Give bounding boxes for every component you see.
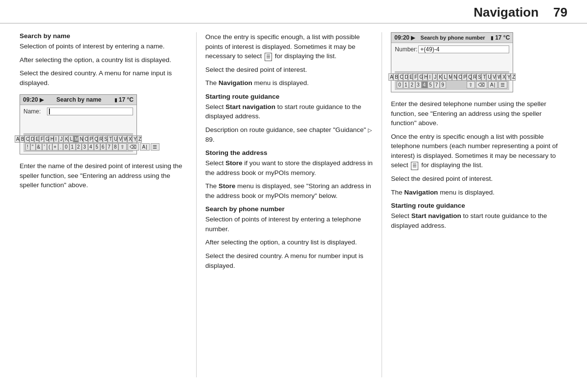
- phone-key-menu[interactable]: ☰: [498, 81, 507, 88]
- key-U[interactable]: U: [113, 135, 117, 143]
- phone-key-1[interactable]: 1: [403, 81, 409, 88]
- phone-key-9[interactable]: 9: [440, 81, 446, 88]
- key-amp[interactable]: &: [36, 143, 43, 151]
- key-O[interactable]: O: [83, 135, 88, 143]
- key-backspace[interactable]: ⌫: [128, 143, 139, 151]
- key-K[interactable]: K: [64, 135, 68, 143]
- key-B[interactable]: B: [20, 135, 24, 143]
- phone-key-7[interactable]: 7: [434, 81, 440, 88]
- phone-key-C[interactable]: C: [398, 73, 403, 81]
- key-C[interactable]: C: [24, 135, 29, 143]
- key-8[interactable]: 8: [113, 143, 119, 151]
- key-apos[interactable]: ': [42, 143, 47, 151]
- col2-phone-p2: After selecting the option, a country li…: [205, 238, 373, 247]
- phone-key-A[interactable]: A: [388, 73, 393, 81]
- phone-key-M[interactable]: M: [447, 73, 452, 81]
- phone-key-4-active[interactable]: 4: [422, 81, 428, 88]
- col2-route-p2: Description on route guidance, see chapt…: [205, 125, 373, 144]
- phone-key-S[interactable]: S: [476, 73, 481, 81]
- phone-key-F[interactable]: F: [413, 73, 418, 81]
- phone-key-2[interactable]: 2: [409, 81, 415, 88]
- key-P[interactable]: P: [88, 135, 93, 143]
- screen-name-input[interactable]: [47, 108, 133, 115]
- key-M-active[interactable]: M: [73, 135, 78, 143]
- key-N[interactable]: N: [78, 135, 83, 143]
- key-J[interactable]: J: [59, 135, 64, 143]
- phone-key-I[interactable]: I: [428, 73, 432, 81]
- phone-key-B[interactable]: B: [393, 73, 398, 81]
- key-I[interactable]: I: [54, 135, 59, 143]
- key-G[interactable]: G: [44, 135, 49, 143]
- phone-key-V[interactable]: V: [491, 73, 496, 81]
- key-accept[interactable]: A|: [140, 143, 149, 151]
- key-2[interactable]: 2: [76, 143, 82, 151]
- phone-key-N[interactable]: N: [452, 73, 457, 81]
- column-2: Once the entry is specific enough, a lis…: [197, 32, 383, 377]
- key-4[interactable]: 4: [88, 143, 94, 151]
- phone-key-L[interactable]: L: [442, 73, 447, 81]
- key-Z[interactable]: Z: [137, 135, 142, 143]
- key-V[interactable]: V: [117, 135, 122, 143]
- key-A[interactable]: A: [15, 135, 20, 143]
- key-T[interactable]: T: [108, 135, 113, 143]
- phone-key-Z[interactable]: Z: [511, 73, 516, 81]
- col3-p4c: menu is displayed.: [438, 189, 495, 196]
- key-lpar[interactable]: (: [47, 143, 52, 151]
- key-D[interactable]: D: [29, 135, 34, 143]
- key-X[interactable]: X: [127, 135, 132, 143]
- key-0[interactable]: 0: [63, 143, 69, 151]
- phone-key-3[interactable]: 3: [415, 81, 422, 88]
- key-menu[interactable]: ☰: [151, 143, 159, 151]
- key-1[interactable]: 1: [69, 143, 76, 151]
- key-S[interactable]: S: [103, 135, 108, 143]
- key-quot[interactable]: ": [30, 143, 36, 151]
- phone-key-Q[interactable]: Q: [467, 73, 472, 81]
- key-F[interactable]: F: [39, 135, 44, 143]
- key-shift[interactable]: ⇧: [118, 143, 127, 151]
- phone-key-P[interactable]: P: [462, 73, 467, 81]
- key-Q[interactable]: Q: [93, 135, 98, 143]
- key-H[interactable]: H: [49, 135, 54, 143]
- phone-key-R[interactable]: R: [472, 73, 476, 81]
- phone-key-accept[interactable]: A|: [488, 81, 497, 88]
- phone-key-W[interactable]: W: [496, 73, 501, 81]
- search-by-phone-heading: Search by phone number: [205, 205, 373, 213]
- phone-key-E[interactable]: E: [408, 73, 413, 81]
- key-plus[interactable]: +: [52, 143, 59, 151]
- phone-key-K[interactable]: K: [437, 73, 442, 81]
- phone-key-shift[interactable]: ⇧: [467, 81, 475, 88]
- screen-body-phone: Number: +(49)-4 ABCDEFGHIJKLMNOPQRSTUVWX…: [391, 43, 513, 92]
- phone-key-G[interactable]: G: [418, 73, 423, 81]
- header-page-number: 79: [553, 5, 567, 20]
- phone-key-X[interactable]: X: [501, 73, 506, 81]
- screen-number-label: Number:: [395, 46, 418, 53]
- key-Y[interactable]: Y: [132, 135, 137, 143]
- key-R[interactable]: R: [98, 135, 103, 143]
- key-5[interactable]: 5: [94, 143, 100, 151]
- phone-key-J[interactable]: J: [432, 73, 437, 81]
- phone-key-O[interactable]: O: [457, 73, 462, 81]
- key-E[interactable]: E: [34, 135, 39, 143]
- screen-number-input[interactable]: +(49)-4: [418, 45, 509, 53]
- phone-key-5[interactable]: 5: [428, 81, 434, 88]
- key-7[interactable]: 7: [106, 143, 113, 151]
- key-6[interactable]: 6: [100, 143, 107, 151]
- screen-phone-temp-text: 17 °C: [495, 34, 510, 41]
- phone-key-U[interactable]: U: [486, 73, 491, 81]
- phone-key-T[interactable]: T: [481, 73, 486, 81]
- phone-key-D[interactable]: D: [403, 73, 408, 81]
- section-search-by-name-p4: Enter the name of the desired point of i…: [20, 161, 187, 190]
- key-dot[interactable]: .: [58, 143, 63, 151]
- key-excl[interactable]: !: [25, 143, 30, 151]
- screen-phone-signal-icon: ▮: [491, 35, 494, 41]
- key-L[interactable]: L: [68, 135, 73, 143]
- phone-key-H[interactable]: H: [423, 73, 428, 81]
- screen-name-row: Name:: [23, 108, 133, 115]
- col3-p1: Enter the desired telephone number using…: [391, 99, 559, 128]
- phone-key-backspace[interactable]: ⌫: [476, 81, 487, 88]
- phone-key-0[interactable]: 0: [397, 81, 403, 88]
- phone-key-Y[interactable]: Y: [506, 73, 511, 81]
- key-W[interactable]: W: [122, 135, 127, 143]
- screen-phone-temp: ▮ 17 °C: [491, 34, 510, 41]
- key-3[interactable]: 3: [82, 143, 88, 151]
